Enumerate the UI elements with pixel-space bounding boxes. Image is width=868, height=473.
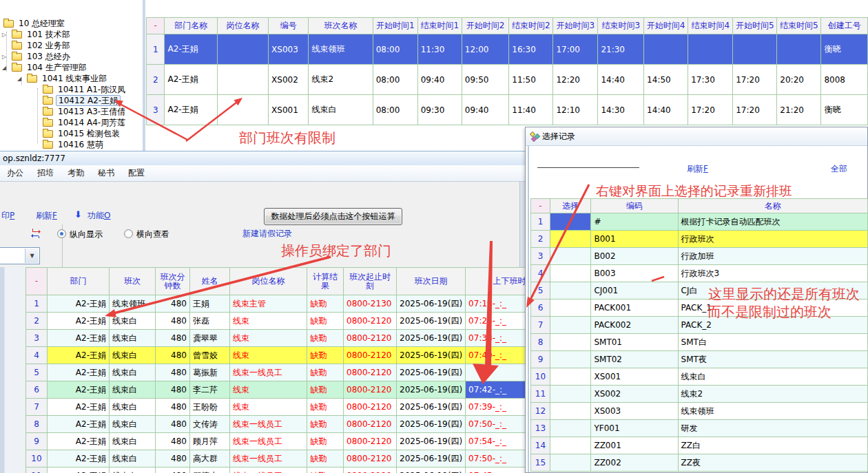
cell-select[interactable] [550, 265, 590, 282]
cell-select[interactable] [550, 403, 590, 420]
cell-dept[interactable]: A2-王娟 [48, 467, 110, 473]
column-header[interactable]: 编号 [269, 18, 309, 34]
shift-cell[interactable]: 17:00 [553, 34, 598, 65]
cell-dept[interactable]: A2-王娟 [48, 347, 110, 364]
cell-name[interactable]: ZZ白 [678, 437, 867, 454]
cell-post[interactable]: 线束一线员工 [230, 450, 307, 467]
row-number[interactable]: 3 [531, 248, 550, 265]
cell-result[interactable]: 缺勤 [307, 399, 344, 416]
column-header[interactable]: 开始时间5 [733, 18, 777, 34]
shift-cell[interactable] [217, 95, 268, 125]
row-number[interactable]: 1 [147, 34, 165, 65]
menu-item-1[interactable]: 招培 [30, 167, 61, 179]
cell-range[interactable]: 0800-2120 [344, 399, 397, 416]
row-number[interactable]: 12 [531, 403, 550, 420]
shift-cell[interactable]: 09:40 [417, 65, 462, 95]
shift-cell[interactable]: 11:40 [509, 95, 553, 125]
cell-name[interactable]: 线束2 [678, 386, 867, 403]
cell-select[interactable] [550, 454, 590, 472]
combo-dropdown-button[interactable]: ▼ [25, 249, 39, 263]
cell-range[interactable]: 0800-2120 [344, 450, 397, 467]
cell-post[interactable]: 线束 [230, 347, 307, 364]
cell-result[interactable]: 缺勤 [307, 364, 344, 381]
shift-cell[interactable]: 16:30 [509, 34, 553, 65]
shift-cell[interactable]: XS003 [269, 34, 309, 65]
tree-item[interactable]: ▷103 总经办 [0, 51, 142, 62]
cell-shift[interactable]: 线束白 [110, 399, 156, 416]
picker-row[interactable]: 1#根据打卡记录自动匹配班次 [531, 213, 868, 231]
row-number[interactable]: 2 [147, 65, 165, 95]
shift-cell[interactable]: 衡晓 [821, 34, 868, 65]
cell-range[interactable]: 0800-2120 [344, 416, 397, 433]
cell-code[interactable]: XS002 [591, 386, 678, 403]
cell-date[interactable]: 2025-06-19(四) [397, 450, 466, 467]
tree-expander-expanded[interactable]: ◢ [17, 76, 27, 82]
column-header[interactable]: 创建工号 [821, 18, 868, 34]
column-header[interactable]: 结束时间3 [598, 18, 644, 34]
cell-name[interactable]: 行政班次3 [678, 265, 867, 282]
cell-code[interactable]: ZZ002 [591, 454, 678, 472]
column-header[interactable]: 结束时间4 [688, 18, 733, 34]
shift-cell[interactable]: XS002 [269, 65, 309, 95]
shift-cell[interactable]: 09:30 [417, 95, 462, 125]
shift-cell[interactable]: 线束2 [309, 65, 373, 95]
cell-shift[interactable]: 线束白 [110, 330, 156, 347]
picker-row[interactable]: 13YF001研发 [531, 420, 868, 437]
cell-shift[interactable]: 线束白 [110, 347, 156, 364]
row-number[interactable]: 15 [531, 454, 550, 472]
cell-result[interactable]: 缺勤 [307, 416, 344, 433]
cell-result[interactable]: 缺勤 [307, 295, 344, 313]
row-number[interactable]: 8 [531, 334, 550, 351]
roster-row[interactable]: 10A2-王娟线束白480高大群线束一线员工缺勤0800-21202025-06… [26, 450, 562, 467]
cell-post[interactable]: 线束主管 [230, 295, 307, 313]
shift-cell[interactable]: 17:20 [733, 95, 777, 125]
cell-code[interactable]: # [591, 213, 678, 231]
cell-shift[interactable]: 线束白 [110, 450, 156, 467]
cell-code[interactable]: PACK002 [591, 317, 678, 334]
cell-date[interactable]: 2025-06-19(四) [397, 433, 466, 450]
column-header[interactable]: 选择 [550, 199, 590, 213]
cell-result[interactable]: 缺勤 [307, 450, 344, 467]
roster-row[interactable]: 5A2-王娟线束白480葛振新线束一线员工缺勤0800-21202025-06-… [26, 364, 562, 381]
cell-minutes[interactable]: 480 [156, 313, 190, 330]
cell-range[interactable]: 0800-2120 [344, 347, 397, 364]
shift-cell[interactable]: 17:30 [688, 65, 733, 95]
shift-cell[interactable]: 14:50 [644, 65, 688, 95]
cell-dept[interactable]: A2-王娟 [48, 295, 110, 313]
cell-post[interactable]: 线束 [230, 399, 307, 416]
cell-minutes[interactable]: 480 [156, 381, 190, 399]
cell-dept[interactable]: A2-王娟 [48, 313, 110, 330]
cell-post[interactable]: 线束一线员工 [230, 364, 307, 381]
cell-name[interactable]: 行政班次 [678, 231, 867, 248]
shift-cell[interactable]: 12:00 [462, 34, 508, 65]
cell-minutes[interactable]: 480 [156, 416, 190, 433]
cell-range[interactable]: 0800-2120 [344, 313, 397, 330]
cell-select[interactable] [550, 351, 590, 368]
picker-row[interactable]: 10XS001线束白 [531, 368, 868, 386]
cell-range[interactable]: 0800-2120 [344, 381, 397, 399]
cell-dept[interactable]: A2-王娟 [48, 364, 110, 381]
column-header[interactable]: 班次日期 [397, 268, 466, 295]
row-number[interactable]: 5 [26, 364, 48, 381]
functions-link[interactable]: 功能O [87, 210, 110, 222]
shift-cell[interactable]: A2-王娟 [165, 95, 217, 125]
shift-cell[interactable]: 09:40 [462, 95, 508, 125]
row-number[interactable]: 2 [531, 231, 550, 248]
row-number[interactable]: 8 [26, 416, 48, 433]
picker-search-input[interactable] [537, 167, 639, 168]
cell-post[interactable]: 线束 [230, 313, 307, 330]
column-header[interactable]: 计算结果 [307, 268, 344, 295]
cell-minutes[interactable]: 480 [156, 347, 190, 364]
cell-shift[interactable]: 线束白 [110, 313, 156, 330]
cell-minutes[interactable]: 480 [156, 433, 190, 450]
cell-name[interactable]: 根据打卡记录自动匹配班次 [678, 213, 867, 231]
cell-date[interactable]: 2025-06-19(四) [397, 364, 466, 381]
shift-cell[interactable]: 14:40 [644, 95, 688, 125]
filter-combobox[interactable]: ▼ [0, 247, 40, 264]
row-number[interactable]: 3 [26, 330, 48, 347]
shift-cell[interactable]: 08:00 [373, 65, 417, 95]
column-header[interactable]: - [531, 199, 550, 213]
shift-cell[interactable] [777, 34, 821, 65]
picker-all-link[interactable]: 全部 [831, 163, 847, 175]
calculate-button[interactable]: 数据处理后必须点击这个按钮运算 [264, 208, 402, 225]
